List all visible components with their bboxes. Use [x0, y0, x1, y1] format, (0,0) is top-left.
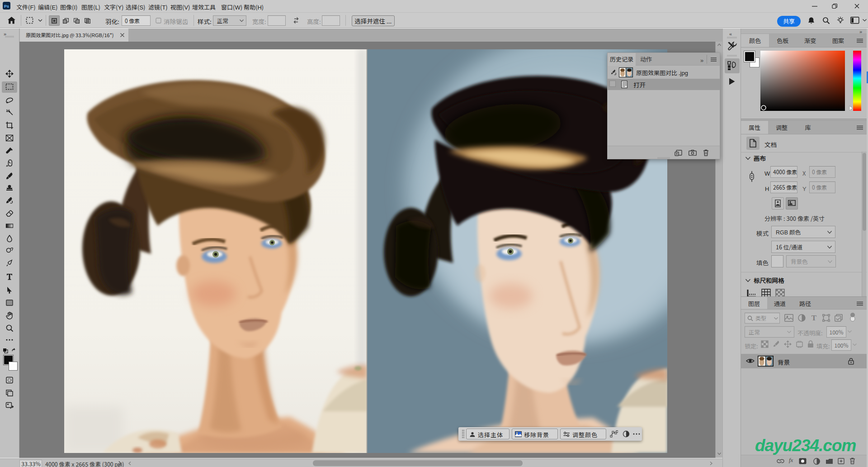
svg-text:Ps: Ps	[4, 4, 9, 9]
svg-text:T: T	[811, 314, 817, 322]
